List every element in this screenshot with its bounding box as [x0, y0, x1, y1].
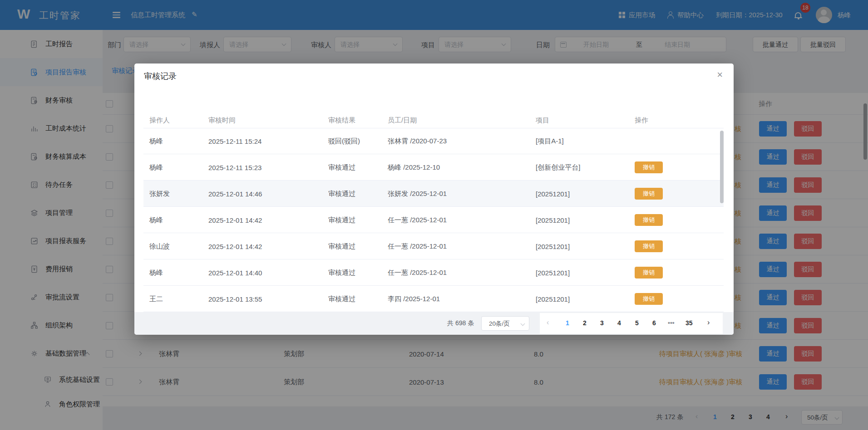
col-operator: 操作人: [149, 116, 170, 125]
audit-records-list: 杨峰 2025-12-11 15:24 驳回(驳回) 张林霄 /2020-07-…: [143, 128, 724, 312]
more-pages-icon[interactable]: •••: [668, 319, 675, 327]
col-action: 操作: [635, 116, 648, 125]
audit-record-row: 杨峰 2025-12-01 14:40 审核通过 任一葱 /2025-12-01…: [143, 259, 724, 286]
page-number[interactable]: 4: [617, 319, 621, 327]
revoke-button[interactable]: 撤销: [635, 214, 663, 226]
col-project: 项目: [536, 116, 549, 125]
audit-record-row: 杨峰 2025-12-11 15:24 驳回(驳回) 张林霄 /2020-07-…: [143, 128, 724, 154]
modal-scrollbar[interactable]: [720, 131, 724, 203]
audit-record-row: 张妍发 2025-12-01 14:46 审核通过 张妍发 /2025-12-0…: [143, 181, 724, 207]
chevron-down-icon: [521, 322, 525, 326]
audit-record-row: 杨峰 2025-12-11 15:23 审核通过 杨峰 /2025-12-10 …: [143, 154, 724, 181]
audit-records-modal: 审核记录 × 操作人 审核时间 审核结果 员工/日期 项目 操作 杨峰 2025…: [134, 64, 734, 335]
revoke-button[interactable]: 撤销: [635, 293, 663, 305]
total-count-label: 共 698 条: [447, 319, 474, 327]
col-time: 审核时间: [208, 116, 236, 125]
audit-record-row: 徐山波 2025-12-01 14:42 审核通过 任一葱 /2025-12-0…: [143, 233, 724, 259]
page-number[interactable]: 3: [600, 319, 604, 327]
page-number[interactable]: 1: [566, 319, 569, 327]
col-employee: 员工/日期: [388, 116, 417, 125]
page-number[interactable]: 2: [583, 319, 587, 327]
prev-page-icon[interactable]: ‹: [547, 318, 549, 327]
page-number[interactable]: 5: [635, 319, 639, 327]
app-window: W 工时管家 信息工时管理系统 ✎ 应用市场 帮助中心 到期日期：2025-12…: [0, 0, 868, 430]
page-size-select[interactable]: 20条/页: [481, 316, 529, 331]
page-number[interactable]: 6: [652, 319, 656, 327]
pager: ‹ 1 2 3 4 5 6 ••• 35 ›: [540, 313, 723, 334]
revoke-button[interactable]: 撤销: [635, 240, 663, 252]
close-icon[interactable]: ×: [717, 70, 723, 80]
audit-record-row: 杨峰 2025-12-01 14:42 审核通过 任一葱 /2025-12-01…: [143, 207, 724, 233]
page-number[interactable]: 35: [686, 319, 693, 327]
revoke-button[interactable]: 撤销: [635, 161, 663, 173]
modal-title: 审核记录: [144, 71, 177, 82]
audit-record-row: 王二 2025-12-01 13:55 审核通过 李四 /2025-12-01 …: [143, 286, 724, 312]
revoke-button[interactable]: 撤销: [635, 267, 663, 279]
next-page-icon[interactable]: ›: [707, 318, 710, 327]
modal-pagination: 共 698 条 20条/页 ‹ 1 2 3 4 5 6 ••• 35 ›: [134, 312, 734, 335]
revoke-button[interactable]: 撤销: [635, 188, 663, 200]
col-result: 审核结果: [328, 116, 355, 125]
